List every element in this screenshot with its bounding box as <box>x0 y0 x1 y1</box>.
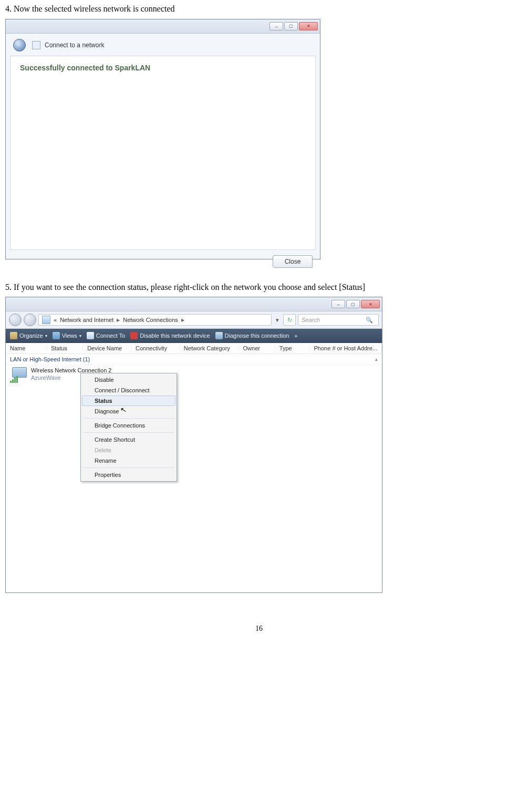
collapse-icon[interactable]: ▴ <box>375 357 378 362</box>
col-phone[interactable]: Phone # or Host Addre... <box>310 345 382 351</box>
close-window-button[interactable] <box>361 300 380 308</box>
separator <box>83 432 174 433</box>
column-headers: Name Status Device Name Connectivity Net… <box>6 343 382 354</box>
maximize-button[interactable] <box>284 22 298 30</box>
ctx-shortcut[interactable]: Create Shortcut <box>82 434 175 445</box>
connect-dialog: ← Connect to a network Successfully conn… <box>5 19 320 259</box>
col-category[interactable]: Network Category <box>180 345 239 351</box>
minimize-button[interactable] <box>331 300 345 308</box>
connection-item[interactable]: Wireless Network Connection 2 AzureWave <box>6 365 382 385</box>
search-input[interactable]: Search 🔍 <box>298 314 379 326</box>
dialog-header: ← Connect to a network <box>6 34 320 56</box>
ctx-delete: Delete <box>82 445 175 455</box>
organize-menu[interactable]: Organize▾ <box>10 332 47 339</box>
ctx-status[interactable]: Status <box>82 395 175 406</box>
cursor-icon: ↖ <box>120 405 128 414</box>
views-menu[interactable]: Views▾ <box>53 332 81 339</box>
ctx-bridge[interactable]: Bridge Connections <box>82 420 175 431</box>
diagnose-icon <box>215 332 223 339</box>
folder-icon <box>42 316 50 324</box>
context-menu: Disable Connect / Disconnect Status Diag… <box>80 373 177 482</box>
command-bar: Organize▾ Views▾ Connect To Disable this… <box>6 329 382 343</box>
back-button[interactable]: ← <box>13 39 26 51</box>
address-row: « Network and Internet ▶ Network Connect… <box>6 311 382 329</box>
breadcrumb-prefix: « <box>54 317 57 323</box>
col-device[interactable]: Device Name <box>83 345 131 351</box>
ctx-diagnose[interactable]: Diagnose <box>82 406 175 417</box>
search-icon: 🔍 <box>366 317 373 324</box>
col-name[interactable]: Name <box>6 345 47 351</box>
nav-forward-button[interactable] <box>24 314 36 326</box>
breadcrumb-seg2[interactable]: Network Connections <box>123 317 178 323</box>
refresh-button[interactable]: ↻ <box>283 314 296 326</box>
maximize-button[interactable] <box>346 300 360 308</box>
group-header[interactable]: LAN or High-Speed Internet (1) ▴ <box>6 354 382 365</box>
connect-icon <box>87 332 94 339</box>
content-area: LAN or High-Speed Internet (1) ▴ Wireles… <box>6 354 382 592</box>
col-type[interactable]: Type <box>275 345 310 351</box>
titlebar <box>6 19 320 34</box>
success-message: Successfully connected to SparkLAN <box>20 64 306 72</box>
search-placeholder: Search <box>302 317 320 323</box>
nav-back-button[interactable] <box>9 314 22 326</box>
chevron-right-icon: ▶ <box>181 318 184 322</box>
diagnose-button[interactable]: Diagnose this connection <box>215 332 289 339</box>
separator <box>83 467 174 468</box>
ctx-rename[interactable]: Rename <box>82 455 175 466</box>
disable-icon <box>130 332 138 339</box>
close-window-button[interactable] <box>299 22 318 30</box>
address-bar[interactable]: « Network and Internet ▶ Network Connect… <box>38 314 272 326</box>
page-number: 16 <box>5 624 513 633</box>
network-icon <box>32 41 40 49</box>
group-label: LAN or High-Speed Internet (1) <box>10 356 90 362</box>
close-button[interactable]: Close <box>273 255 313 268</box>
minimize-button[interactable] <box>270 22 283 30</box>
separator <box>83 418 174 419</box>
col-connectivity[interactable]: Connectivity <box>131 345 180 351</box>
chevron-right-icon: ▶ <box>117 318 120 322</box>
dialog-body: Successfully connected to SparkLAN <box>10 56 316 250</box>
network-connections-window: « Network and Internet ▶ Network Connect… <box>5 297 382 593</box>
dialog-title: Connect to a network <box>45 41 104 49</box>
step4-text: 4. Now the selected wireless network is … <box>5 2 513 16</box>
step5-text: 5. If you want to see the connection sta… <box>5 280 513 294</box>
dialog-footer: Close <box>6 250 320 273</box>
views-icon <box>53 332 60 339</box>
organize-icon <box>10 332 17 339</box>
more-commands[interactable]: » <box>294 333 297 339</box>
disable-device-button[interactable]: Disable this network device <box>130 332 210 339</box>
address-dropdown[interactable]: ▾ <box>274 317 281 324</box>
connect-to-button[interactable]: Connect To <box>87 332 125 339</box>
col-owner[interactable]: Owner <box>239 345 275 351</box>
ctx-connect[interactable]: Connect / Disconnect <box>82 385 175 395</box>
ctx-disable[interactable]: Disable <box>82 374 175 385</box>
wireless-connection-icon <box>10 367 28 383</box>
breadcrumb-seg1[interactable]: Network and Internet <box>60 317 113 323</box>
col-status[interactable]: Status <box>47 345 83 351</box>
titlebar <box>6 297 382 311</box>
ctx-properties[interactable]: Properties <box>82 470 175 480</box>
